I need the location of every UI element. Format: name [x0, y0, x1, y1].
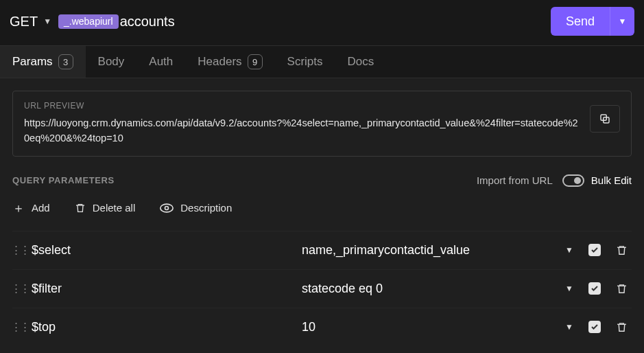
delete-all-button[interactable]: Delete all: [75, 202, 136, 214]
tab-scripts[interactable]: Scripts: [275, 46, 335, 78]
svg-point-2: [160, 204, 173, 212]
toggle-description-button[interactable]: Description: [160, 202, 232, 214]
drag-handle-icon[interactable]: ⋮⋮: [12, 321, 27, 333]
params-table: ⋮⋮ $select name,_primarycontactid_value …: [12, 231, 632, 346]
eye-icon: [160, 203, 174, 213]
toggle-switch-icon: [562, 174, 584, 187]
drag-handle-icon[interactable]: ⋮⋮: [12, 282, 27, 295]
param-key-input[interactable]: $top: [27, 320, 302, 334]
send-button[interactable]: Send ▼: [551, 7, 634, 36]
delete-param-button[interactable]: [616, 244, 628, 256]
copy-icon: [599, 113, 611, 125]
param-key-input[interactable]: $select: [27, 243, 302, 258]
http-method-label: GET: [10, 14, 38, 30]
url-path: accounts: [120, 14, 175, 30]
tab-params[interactable]: Params 3: [0, 46, 86, 78]
param-enabled-checkbox[interactable]: [588, 282, 601, 295]
param-options-dropdown[interactable]: ▼: [565, 322, 573, 332]
param-enabled-checkbox[interactable]: [588, 244, 601, 256]
url-preview-text: https://luoyong.crm.dynamics.com/api/dat…: [24, 116, 580, 146]
request-tabs: Params 3 Body Auth Headers 9 Scripts Doc…: [0, 45, 644, 78]
tab-label: Scripts: [287, 55, 323, 69]
request-url-input[interactable]: _.webapiurl accounts: [58, 14, 544, 30]
tab-label: Docs: [348, 55, 374, 69]
request-bar: GET ▼ _.webapiurl accounts Send ▼: [0, 0, 644, 45]
add-label: Add: [32, 202, 50, 214]
send-dropdown[interactable]: ▼: [610, 7, 634, 36]
trash-icon: [75, 203, 86, 214]
param-value-input[interactable]: statecode eq 0: [302, 282, 565, 296]
tab-label: Auth: [149, 55, 173, 69]
bulk-edit-toggle[interactable]: Bulk Edit: [562, 174, 632, 187]
check-icon: [591, 323, 599, 331]
tab-label: Params: [12, 55, 53, 69]
delete-param-button[interactable]: [616, 321, 628, 333]
tab-badge: 9: [248, 54, 263, 69]
tab-body[interactable]: Body: [86, 46, 137, 78]
tab-headers[interactable]: Headers 9: [185, 46, 274, 78]
tab-auth[interactable]: Auth: [136, 46, 185, 78]
copy-url-button[interactable]: [590, 105, 620, 133]
chevron-down-icon: ▼: [619, 16, 627, 26]
params-toolbar: ＋ Add Delete all Description: [12, 202, 632, 214]
query-parameters-header: QUERY PARAMETERS Import from URL Bulk Ed…: [12, 174, 632, 187]
tab-label: Body: [98, 55, 125, 69]
import-from-url-button[interactable]: Import from URL: [477, 174, 553, 186]
check-icon: [591, 284, 599, 293]
description-label: Description: [180, 202, 232, 214]
http-method-select[interactable]: GET ▼: [10, 14, 51, 30]
trash-icon: [616, 244, 628, 256]
tab-docs[interactable]: Docs: [335, 46, 387, 78]
param-options-dropdown[interactable]: ▼: [565, 284, 573, 293]
param-row: ⋮⋮ $filter statecode eq 0 ▼: [12, 269, 632, 308]
delete-all-label: Delete all: [93, 202, 136, 214]
trash-icon: [616, 321, 628, 333]
send-button-label: Send: [551, 14, 610, 29]
drag-handle-icon[interactable]: ⋮⋮: [12, 244, 27, 256]
url-preview-heading: URL PREVIEW: [24, 101, 580, 111]
check-icon: [591, 246, 599, 254]
chevron-down-icon: ▼: [43, 16, 51, 26]
plus-icon: ＋: [12, 202, 25, 214]
params-panel: URL PREVIEW https://luoyong.crm.dynamics…: [0, 78, 644, 353]
delete-param-button[interactable]: [616, 283, 628, 295]
tab-badge: 3: [58, 54, 73, 69]
trash-icon: [616, 283, 628, 295]
param-enabled-checkbox[interactable]: [588, 321, 601, 333]
tab-label: Headers: [198, 55, 241, 69]
url-variable-pill[interactable]: _.webapiurl: [58, 14, 119, 29]
url-preview-box: URL PREVIEW https://luoyong.crm.dynamics…: [12, 91, 632, 157]
param-options-dropdown[interactable]: ▼: [565, 245, 573, 255]
bulk-edit-label: Bulk Edit: [591, 174, 632, 186]
param-key-input[interactable]: $filter: [27, 282, 302, 296]
param-row: ⋮⋮ $select name,_primarycontactid_value …: [12, 231, 632, 269]
section-title: QUERY PARAMETERS: [12, 175, 115, 185]
add-param-button[interactable]: ＋ Add: [12, 202, 50, 214]
param-row: ⋮⋮ $top 10 ▼: [12, 308, 632, 346]
param-value-input[interactable]: name,_primarycontactid_value: [302, 243, 565, 258]
param-value-input[interactable]: 10: [302, 320, 565, 334]
svg-point-3: [165, 206, 169, 209]
